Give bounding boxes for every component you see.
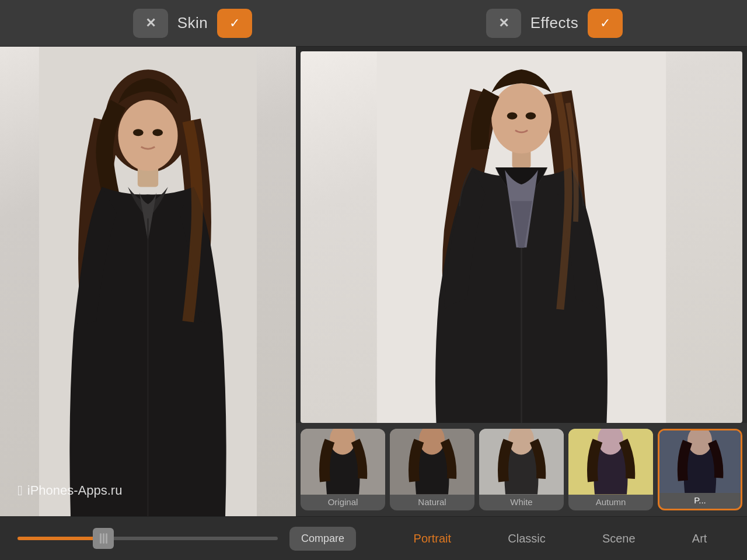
filter-strip: Original Natural <box>296 423 747 516</box>
skin-photo-panel:  iPhones-Apps.ru <box>0 47 296 516</box>
slider-line-1 <box>100 533 102 544</box>
effect-tabs: Portrait Classic Scene Art <box>374 527 747 550</box>
slider-section: Compare <box>0 527 374 551</box>
tab-art[interactable]: Art <box>680 527 719 550</box>
skin-panel-header: ✕ Skin ✓ <box>12 9 374 38</box>
filter-natural-label: Natural <box>418 495 446 510</box>
svg-point-4 <box>133 129 144 136</box>
skin-cancel-button[interactable]: ✕ <box>133 9 168 38</box>
slider-line-2 <box>103 533 104 544</box>
slider-line-3 <box>106 533 107 544</box>
compare-button[interactable]: Compare <box>289 527 356 551</box>
effects-panel-header: ✕ Effects ✓ <box>374 9 735 38</box>
svg-point-9 <box>491 83 551 153</box>
slider-thumb[interactable] <box>93 528 114 549</box>
tab-portrait[interactable]: Portrait <box>402 527 463 550</box>
filter-p-label: P... <box>694 493 706 509</box>
filter-white-preview <box>479 429 564 495</box>
skin-confirm-button[interactable]: ✓ <box>217 9 252 38</box>
svg-point-3 <box>118 100 177 171</box>
bottom-bar: Compare Portrait Classic Scene Art <box>0 516 747 560</box>
tab-scene[interactable]: Scene <box>591 527 647 550</box>
filter-original-preview <box>301 429 385 495</box>
svg-point-11 <box>526 112 536 119</box>
skin-panel-title: Skin <box>177 14 208 32</box>
filter-natural-preview <box>390 429 474 495</box>
effects-panel: Original Natural <box>296 47 747 516</box>
effects-cancel-button[interactable]: ✕ <box>486 9 521 38</box>
main-content:  iPhones-Apps.ru <box>0 47 747 516</box>
woman-left-figure <box>0 47 296 516</box>
filter-p[interactable]: P... <box>658 429 742 510</box>
filter-white-label: White <box>510 495 532 510</box>
filter-autumn[interactable]: Autumn <box>568 429 653 510</box>
watermark-text: iPhones-Apps.ru <box>27 483 123 498</box>
filter-white[interactable]: White <box>479 429 564 510</box>
intensity-slider-track[interactable] <box>18 537 278 540</box>
filter-autumn-label: Autumn <box>596 495 626 510</box>
filter-original-label: Original <box>328 495 358 510</box>
tab-classic[interactable]: Classic <box>496 527 557 550</box>
top-bar: ✕ Skin ✓ ✕ Effects ✓ <box>0 0 747 47</box>
filter-p-preview <box>659 430 741 493</box>
watermark:  iPhones-Apps.ru <box>18 482 122 499</box>
apple-logo-icon:  <box>18 482 23 499</box>
woman-right-figure <box>301 51 742 423</box>
filter-original[interactable]: Original <box>301 429 385 510</box>
svg-point-5 <box>152 129 163 136</box>
effects-photo <box>301 51 742 423</box>
effects-confirm-button[interactable]: ✓ <box>588 9 623 38</box>
skin-photo:  iPhones-Apps.ru <box>0 47 296 516</box>
svg-point-10 <box>507 112 518 119</box>
filter-natural[interactable]: Natural <box>390 429 474 510</box>
filter-autumn-preview <box>568 429 653 495</box>
effects-panel-title: Effects <box>530 14 579 32</box>
